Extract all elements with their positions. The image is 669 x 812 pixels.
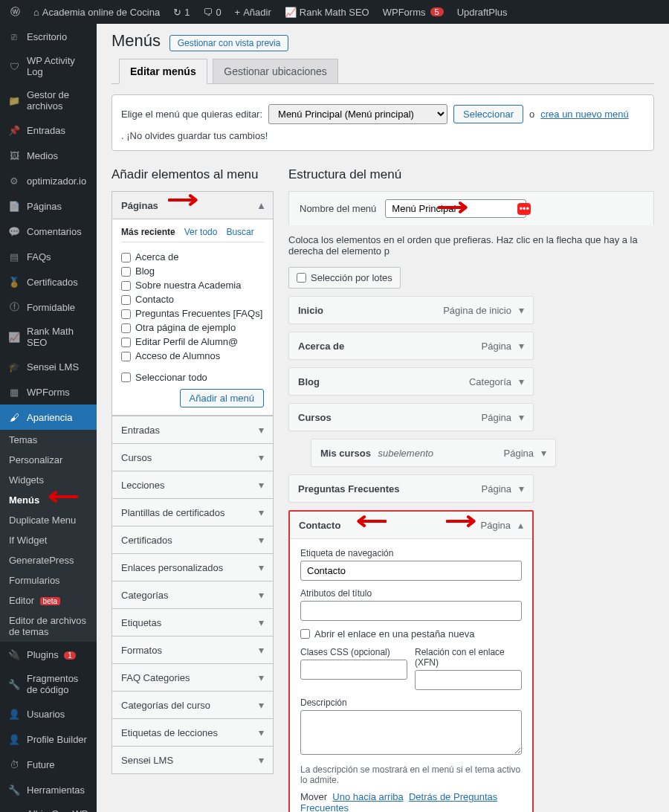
nav-tabs: Editar menús Gestionar ubicaciones (112, 59, 654, 84)
rankmath-bar[interactable]: 📈 Rank Math SEO (280, 7, 374, 18)
select-all-checkbox[interactable] (121, 373, 131, 382)
tab-edit-menus[interactable]: Editar menús (119, 59, 207, 84)
accordion-certificados[interactable]: Certificados▾ (112, 526, 273, 553)
subtab-all[interactable]: Ver todo (184, 227, 218, 237)
nav-label-input[interactable] (300, 561, 522, 581)
accordion-plantillas-de-certificados[interactable]: Plantillas de certificados▾ (112, 499, 273, 526)
site-name[interactable]: ⌂ Academia online de Cocina (29, 7, 164, 18)
page-check-acerca-de[interactable]: Acerca de (121, 250, 264, 264)
sidebar-item-future[interactable]: ⏱Future (0, 752, 97, 777)
sidebar-item-optimizador.io[interactable]: ⚙optimizador.io (0, 168, 97, 193)
wp-logo-icon[interactable]: ⓦ (6, 5, 25, 19)
new-tab-label: Abrir el enlace en una pestaña nueva (314, 628, 474, 639)
submenu-menús[interactable]: Menús (0, 490, 97, 510)
menu-item-head[interactable]: CursosPágina▾ (289, 404, 533, 431)
manage-preview-button[interactable]: Gestionar con vista previa (169, 35, 289, 51)
submenu-formularios[interactable]: Formularios (0, 570, 97, 590)
caret-down-icon: ▾ (259, 534, 264, 546)
page-check-contacto[interactable]: Contacto (121, 292, 264, 306)
menu-item-head[interactable]: InicioPágina de inicio▾ (289, 297, 533, 323)
subtab-search[interactable]: Buscar (226, 227, 253, 237)
menu-icon: 🔧 (7, 783, 21, 796)
caret-down-icon: ▾ (259, 561, 264, 573)
sidebar-item-usuarios[interactable]: 👤Usuarios (0, 701, 97, 726)
css-classes-input[interactable] (300, 660, 407, 680)
page-check-acceso-de-alumnos[interactable]: Acceso de Alumnos (121, 349, 264, 363)
add-items-column: Añadir elementos al menu Páginas ▴ Más r… (112, 167, 274, 812)
sidebar-item-all-in-one-wp-migration[interactable]: ☰All-in-One WP Migration (0, 802, 97, 812)
accordion-cursos[interactable]: Cursos▾ (112, 444, 273, 471)
accordion-pages-head[interactable]: Páginas ▴ (112, 192, 273, 219)
menu-item-head[interactable]: Acerca dePágina▾ (289, 332, 533, 359)
submenu-widgets[interactable]: Widgets (0, 470, 97, 490)
tab-manage-locations[interactable]: Gestionar ubicaciones (213, 59, 338, 83)
updraft-bar[interactable]: UpdraftPlus (453, 7, 512, 18)
sidebar-item-wp-activity-log[interactable]: 🛡WP Activity Log (0, 49, 97, 83)
sidebar-item-gestor-de-archivos[interactable]: 📁Gestor de archivos (0, 83, 97, 117)
submenu-editor[interactable]: Editor beta (0, 590, 97, 610)
menu-item-mis-cursos: Mis cursos subelementoPágina▾ (311, 439, 556, 467)
sidebar-item-formidable[interactable]: ⓕFormidable (0, 294, 97, 320)
sidebar-item-rank-math-seo[interactable]: 📈Rank Math SEO (0, 320, 97, 354)
submenu-generatepress[interactable]: GeneratePress (0, 550, 97, 570)
new-tab-checkbox[interactable] (300, 629, 310, 639)
sidebar-item-fragmentos-de-código[interactable]: 🔧Fragmentos de código (0, 667, 97, 701)
accordion-lecciones[interactable]: Lecciones▾ (112, 471, 273, 498)
menu-selector[interactable]: Menú Principal (Menú principal) (268, 104, 447, 124)
submenu-editor-de-archivos-de-temas[interactable]: Editor de archivos de temas (0, 610, 97, 642)
submenu-if-widget[interactable]: If Widget (0, 530, 97, 550)
add-new[interactable]: + Añadir (230, 7, 276, 18)
comments-icon[interactable]: 🗨 0 (198, 7, 225, 18)
bulk-select-top[interactable]: Selección por lotes (288, 267, 401, 289)
menu-item-contacto-head[interactable]: Contacto Página ▴ (290, 512, 532, 539)
move-up-link[interactable]: Uno hacia arriba (332, 791, 403, 802)
add-to-menu-button[interactable]: Añadir al menú (180, 389, 264, 407)
accordion-etiquetas-de-lecciones[interactable]: Etiquetas de lecciones▾ (112, 719, 273, 746)
updates-icon[interactable]: ↻ 1 (169, 7, 194, 18)
menu-icon: 📌 (7, 123, 21, 137)
submenu-temas[interactable]: Temas (0, 430, 97, 450)
accordion-enlaces-personalizados[interactable]: Enlaces personalizados▾ (112, 554, 273, 581)
sidebar-item-apariencia[interactable]: 🖌 Apariencia (0, 405, 97, 430)
sidebar-item-profile-builder[interactable]: 👤Profile Builder (0, 726, 97, 752)
caret-down-icon: ▾ (259, 479, 264, 491)
sidebar-item-sensei-lms[interactable]: 🎓Sensei LMS (0, 354, 97, 379)
accordion-categorías-del-curso[interactable]: Categorías del curso▾ (112, 692, 273, 718)
sidebar-item-escritorio[interactable]: ⎚Escritorio (0, 24, 97, 49)
submenu-personalizar[interactable]: Personalizar (0, 450, 97, 470)
accordion-categorías[interactable]: Categorías▾ (112, 581, 273, 608)
select-menu-button[interactable]: Seleccionar (453, 105, 523, 123)
sidebar-item-plugins[interactable]: 🔌Plugins 1 (0, 642, 97, 667)
accordion-sensei-lms[interactable]: Sensei LMS▾ (112, 747, 273, 773)
sidebar-item-páginas[interactable]: 📄Páginas (0, 193, 97, 219)
page-check-blog[interactable]: Blog (121, 264, 264, 278)
xfn-input[interactable] (415, 670, 522, 690)
sidebar-item-herramientas[interactable]: 🔧Herramientas (0, 777, 97, 802)
sidebar-item-wpforms[interactable]: ▦WPForms (0, 379, 97, 405)
accordion-formatos[interactable]: Formatos▾ (112, 637, 273, 663)
menu-item-head[interactable]: Mis cursos subelementoPágina▾ (311, 439, 555, 466)
desc-textarea[interactable] (300, 710, 522, 755)
subtab-recent[interactable]: Más reciente (121, 227, 175, 237)
page-check-sobre-nuestra-academia[interactable]: Sobre nuestra Academia (121, 278, 264, 292)
create-new-menu-link[interactable]: crea un nuevo menú (540, 109, 629, 120)
title-attr-input[interactable] (300, 601, 522, 621)
wpforms-bar[interactable]: WPForms 5 (378, 7, 448, 18)
page-check-editar-perfil-de-alumn-[interactable]: Editar Perfil de Alumn@ (121, 335, 264, 349)
sidebar-item-certificados[interactable]: 🏅Certificados (0, 269, 97, 294)
menu-icon: ⚙ (7, 174, 21, 187)
accordion-etiquetas[interactable]: Etiquetas▾ (112, 609, 273, 636)
page-check-preguntas-frecuentes-faqs-[interactable]: Preguntas Frecuentes [FAQs] (121, 306, 264, 320)
accordion-entradas[interactable]: Entradas▾ (112, 416, 273, 443)
caret-down-icon: ▾ (259, 424, 264, 436)
menu-item-head[interactable]: BlogCategoría▾ (289, 368, 533, 395)
page-check-otra-p-gina-de-ejemplo[interactable]: Otra página de ejemplo (121, 320, 264, 335)
sidebar-item-entradas[interactable]: 📌Entradas (0, 117, 97, 143)
sidebar-item-faqs[interactable]: ▤FAQs (0, 244, 97, 269)
submenu-duplicate-menu[interactable]: Duplicate Menu (0, 510, 97, 530)
menu-item-head[interactable]: Preguntas FrecuentesPágina▾ (289, 475, 533, 502)
accordion-faq-categories[interactable]: FAQ Categories▾ (112, 664, 273, 691)
sidebar-item-comentarios[interactable]: 💬Comentarios (0, 219, 97, 244)
menu-name-input[interactable] (385, 199, 526, 218)
sidebar-item-medios[interactable]: 🖼Medios (0, 143, 97, 168)
